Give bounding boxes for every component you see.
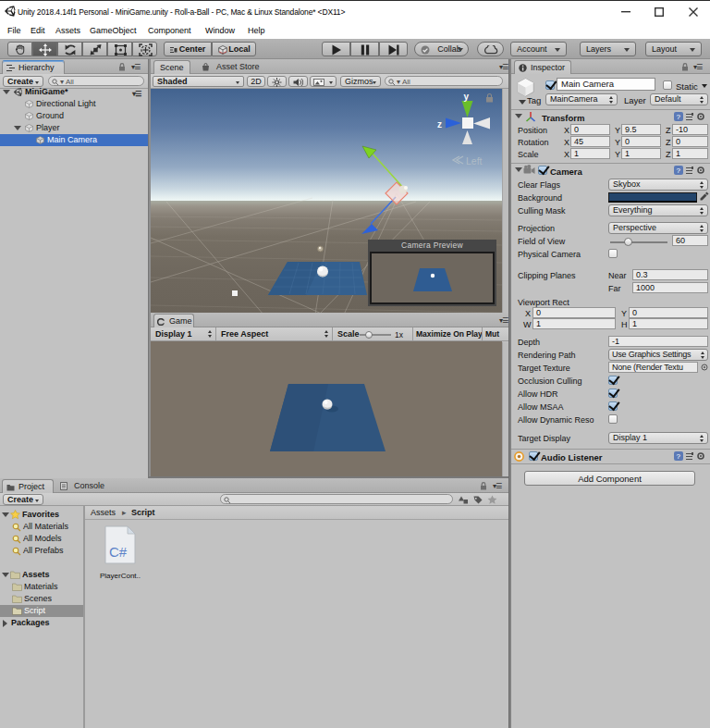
svg-text:?: ?: [677, 167, 681, 175]
svg-text:?: ?: [677, 113, 681, 121]
svg-text:z: z: [437, 119, 442, 130]
svg-text:?: ?: [677, 452, 681, 461]
svg-text:C#: C#: [109, 544, 128, 560]
svg-text:y: y: [464, 92, 470, 102]
svg-text:Left: Left: [466, 155, 483, 167]
